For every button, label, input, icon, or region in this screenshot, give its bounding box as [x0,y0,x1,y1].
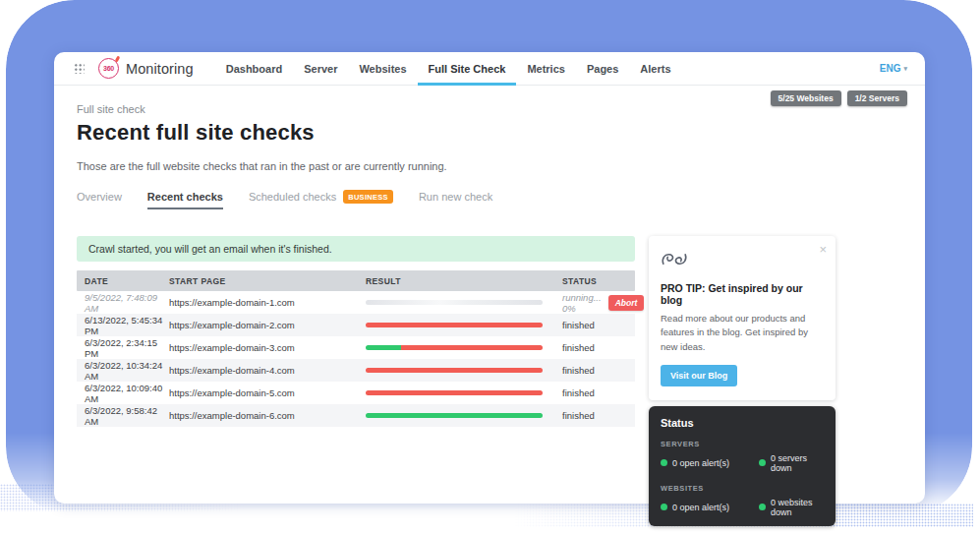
checks-table: DATE START PAGE RESULT STATUS 9/5/2022, … [77,270,635,427]
column-header-date: DATE [85,276,169,286]
progress-bar [366,368,543,373]
cell-start-page: https://example-domain-4.com [169,365,366,376]
tab-overview[interactable]: Overview [77,191,122,209]
table-row[interactable]: 6/3/2022, 2:34:15 PM https://example-dom… [77,336,635,359]
tab-scheduled-checks-label: Scheduled checks [249,191,336,203]
page-title: Recent full site checks [77,120,925,146]
nav-item-metrics[interactable]: Metrics [516,52,576,86]
visit-blog-button[interactable]: Visit our Blog [661,365,737,386]
nav-item-pages[interactable]: Pages [576,52,629,86]
cell-status: finished [562,387,595,398]
status-item: 0 open alert(s) [672,503,729,512]
table-row[interactable]: 6/3/2022, 10:09:40 AM https://example-do… [77,382,635,404]
cell-date: 6/3/2022, 9:58:42 AM [85,405,169,427]
status-panel: Status SERVERS 0 open alert(s) 0 servers… [649,406,836,526]
cell-status: finished [562,410,595,421]
tab-run-new-check[interactable]: Run new check [419,191,492,209]
table-row[interactable]: 6/3/2022, 9:58:42 AM https://example-dom… [77,404,635,427]
pro-tip-card: × PRO TIP: Get inspired by our blog Read… [649,236,836,400]
status-dot-icon [759,504,766,510]
cell-start-page: https://example-domain-2.com [169,320,366,330]
progress-bar [366,413,543,418]
status-panel-title: Status [661,417,824,429]
status-dot-icon [759,459,766,466]
cell-status: running... 0% [562,292,602,314]
pro-tip-title: PRO TIP: Get inspired by our blog [661,282,824,306]
usage-badges: 5/25 Websites 1/2 Servers [771,90,907,106]
status-item: 0 servers down [771,453,824,473]
nav-menu: Dashboard Server Websites Full Site Chec… [215,52,682,86]
table-header: DATE START PAGE RESULT STATUS [77,270,635,291]
cell-date: 9/5/2022, 7:48:09 AM [85,292,169,314]
language-label: ENG [880,63,901,74]
status-section-websites: WEBSITES [661,484,824,493]
status-item: 0 websites down [771,498,824,517]
language-selector[interactable]: ENG ▾ [880,63,907,74]
servers-usage-badge[interactable]: 1/2 Servers [847,90,907,106]
pro-tip-body: Read more about our products and feature… [661,312,824,354]
cell-start-page: https://example-domain-1.com [169,297,366,308]
websites-usage-badge[interactable]: 5/25 Websites [771,90,841,106]
nav-item-full-site-check[interactable]: Full Site Check [418,52,517,86]
progress-bar [366,390,543,395]
apps-grid-icon[interactable] [74,63,85,74]
column-header-result: RESULT [366,276,562,286]
nav-item-alerts[interactable]: Alerts [629,52,681,86]
page-description: Those are the full website checks that r… [77,160,925,172]
business-badge: BUSINESS [343,190,393,204]
cell-date: 6/3/2022, 10:09:40 AM [85,383,169,404]
crawl-started-alert: Crawl started, you will get an email whe… [77,236,635,262]
cell-date: 6/13/2022, 5:45:34 PM [85,315,169,336]
progress-bar [366,345,543,350]
status-dot-icon [661,504,667,510]
cell-start-page: https://example-domain-5.com [169,387,366,398]
column-header-status: STATUS [562,276,635,286]
cell-status: finished [562,365,595,376]
cell-status: finished [562,320,595,330]
table-row[interactable]: 6/3/2022, 10:34:24 AM https://example-do… [77,359,635,382]
status-section-servers: SERVERS [661,440,824,448]
chevron-down-icon: ▾ [903,65,907,73]
tab-recent-checks[interactable]: Recent checks [147,191,223,209]
cell-start-page: https://example-domain-3.com [169,342,366,353]
nav-item-websites[interactable]: Websites [348,52,417,86]
close-icon[interactable]: × [819,242,827,257]
progress-bar [366,323,543,327]
status-dot-icon [661,459,667,466]
navbar: 360 Monitoring Dashboard Server Websites… [54,52,925,86]
cell-date: 6/3/2022, 10:34:24 AM [85,360,169,382]
table-row[interactable]: 9/5/2022, 7:48:09 AM https://example-dom… [77,291,635,314]
tab-scheduled-checks[interactable]: Scheduled checks BUSINESS [249,190,393,210]
status-item: 0 open alert(s) [672,458,729,468]
cell-date: 6/3/2022, 2:34:15 PM [85,337,169,359]
nav-item-server[interactable]: Server [293,52,348,86]
logo-360-icon[interactable]: 360 [98,58,119,79]
doodle-knot-icon [661,249,688,269]
cell-status: finished [562,342,595,353]
app-window: 360 Monitoring Dashboard Server Websites… [54,52,925,504]
column-header-start-page: START PAGE [169,276,366,286]
abort-button[interactable]: Abort [608,295,645,311]
cell-start-page: https://example-domain-6.com [169,410,366,421]
table-row[interactable]: 6/13/2022, 5:45:34 PM https://example-do… [77,314,635,336]
nav-item-dashboard[interactable]: Dashboard [215,52,293,86]
tab-bar: Overview Recent checks Scheduled checks … [77,190,925,210]
table-body: 9/5/2022, 7:48:09 AM https://example-dom… [77,291,635,427]
progress-bar [366,300,543,305]
brand-name: Monitoring [126,61,194,77]
